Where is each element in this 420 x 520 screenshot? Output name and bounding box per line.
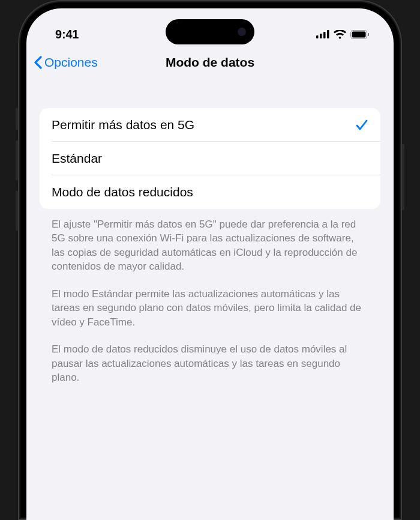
- footer-paragraph: El modo de datos reducidos disminuye el …: [52, 342, 368, 384]
- footer-description: El ajuste "Permitir más datos en 5G" pue…: [40, 209, 380, 385]
- data-mode-list: Permitir más datos en 5G Estándar Modo d…: [40, 108, 380, 209]
- svg-rect-3: [327, 30, 329, 38]
- option-label: Permitir más datos en 5G: [52, 118, 194, 132]
- option-label: Estándar: [52, 151, 102, 166]
- phone-side-buttons-left: [16, 108, 18, 241]
- option-standard[interactable]: Estándar: [40, 142, 380, 175]
- checkmark-icon: [355, 118, 368, 132]
- footer-paragraph: El ajuste "Permitir más datos en 5G" pue…: [52, 217, 368, 274]
- svg-rect-1: [320, 34, 322, 38]
- option-low-data[interactable]: Modo de datos reducidos: [40, 175, 380, 209]
- svg-rect-6: [368, 33, 369, 36]
- content-area: Permitir más datos en 5G Estándar Modo d…: [26, 79, 394, 385]
- svg-rect-2: [323, 32, 326, 38]
- navigation-bar: Opciones Modo de datos: [26, 47, 394, 79]
- cellular-signal-icon: [316, 30, 329, 38]
- back-label: Opciones: [44, 55, 98, 70]
- option-label: Modo de datos reducidos: [52, 185, 193, 199]
- dynamic-island: [166, 19, 254, 44]
- phone-side-buttons-right: [402, 144, 404, 210]
- footer-paragraph: El modo Estándar permite las actualizaci…: [52, 287, 368, 329]
- page-title: Modo de datos: [166, 55, 254, 70]
- phone-frame: 9:41: [18, 0, 402, 520]
- status-time: 9:41: [55, 28, 79, 41]
- screen: 9:41: [26, 8, 394, 520]
- wifi-icon: [334, 30, 346, 39]
- option-allow-more-5g[interactable]: Permitir más datos en 5G: [40, 108, 380, 142]
- status-icons: [316, 30, 370, 39]
- back-button[interactable]: Opciones: [34, 55, 98, 70]
- svg-rect-5: [352, 31, 366, 37]
- chevron-left-icon: [34, 56, 42, 69]
- battery-icon: [350, 30, 370, 39]
- svg-rect-0: [316, 35, 319, 38]
